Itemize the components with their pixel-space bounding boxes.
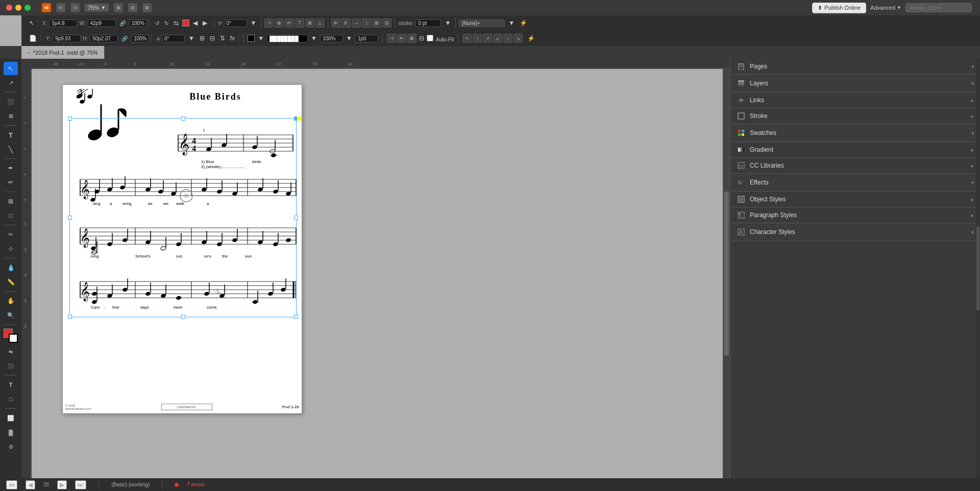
stroke-swatch[interactable] [9,334,18,343]
shear-dropdown[interactable]: ▼ [187,34,196,42]
dist-extra2[interactable]: ⊟ [382,18,391,28]
line-tool[interactable]: ╲ [4,143,18,156]
unthread-btn[interactable]: ⊢ [397,34,406,43]
anchor-br2[interactable]: ↓ [503,34,512,43]
right-panel-scrollbar[interactable] [976,59,980,478]
content-type-btn[interactable]: 📄 [28,34,38,42]
stroke-color-box[interactable] [182,19,189,27]
link-icon[interactable]: 🔗 [120,35,129,42]
anchor-tc[interactable]: ↑ [473,34,482,43]
swatches-header[interactable]: Swatches ▾ [730,124,980,142]
pencil-tool[interactable]: ✏ [4,176,18,189]
align-left-btn[interactable]: ⊣ [264,18,274,28]
anchor-tr[interactable]: ↗ [483,34,492,43]
dist-extra1[interactable]: ⊞ [372,18,381,28]
format-container[interactable]: □ [4,392,18,406]
thread-btn[interactable]: ⊣ [387,34,396,43]
active-tab[interactable]: ● *2018 Pod-1 .indd @ 75% [21,46,105,59]
style-arrow[interactable]: ▼ [507,19,516,27]
scale-h-input[interactable] [131,35,149,42]
minimize-button[interactable] [15,5,21,11]
text-cols-btn[interactable]: ⊟ [418,34,426,42]
layout-icon[interactable]: ⊟ [128,3,137,12]
gap-tool[interactable]: ⊞ [4,109,18,123]
zoom-control[interactable]: 75% ▼ [85,4,109,12]
stroke-size-input[interactable] [355,35,378,42]
shear-input[interactable] [162,35,185,42]
h-input[interactable] [90,35,118,42]
page-tool[interactable]: ⬛ [4,95,18,108]
effects-header[interactable]: fx Effects ▾ [730,174,980,191]
paragraph-styles-header[interactable]: ¶ Paragraph Styles ▸ [730,207,980,223]
stroke-weight-input[interactable] [415,19,441,27]
dist-h-btn[interactable]: ⊫ [331,18,340,28]
canvas-scroll-thumb[interactable] [724,192,729,355]
swap-fill-stroke[interactable]: ⇆ [4,345,18,358]
opacity-dropdown[interactable]: ▼ [345,34,354,42]
flip-v-btn[interactable]: ⇅ [218,34,227,42]
arrange-icon[interactable]: ⊞ [114,3,123,12]
fill-color-box[interactable] [248,35,255,42]
autofit-checkbox[interactable] [427,35,433,41]
canvas-scrollbar-v[interactable] [723,69,730,478]
fill-dropdown[interactable]: ▼ [256,34,265,42]
apply-color[interactable]: ⬜ [4,411,18,425]
flip-h-btn[interactable]: ⇆ [172,19,180,27]
hand-tool[interactable]: ✋ [4,294,18,308]
arrow-right-btn[interactable]: ▶ [201,19,209,27]
stroke-header[interactable]: Stroke ▸ [730,108,980,124]
maximize-button[interactable] [24,5,31,11]
object-styles-header[interactable]: Object Styles ▸ [730,192,980,207]
dist-v-btn[interactable]: ⊪ [341,18,351,28]
publish-online-button[interactable]: ⬆ Publish Online [812,3,866,13]
y-input[interactable] [53,35,81,42]
scale-w-input[interactable] [129,19,147,27]
forward-btn[interactable]: ⊟ [208,34,216,42]
anchor-tl[interactable]: ↖ [462,34,472,43]
search-input[interactable] [905,3,972,12]
align-top-btn[interactable]: ⊤ [295,18,304,28]
rotation-dropdown[interactable]: ▼ [249,19,258,27]
free-transform-tool[interactable]: ⊹ [4,242,18,255]
fx-btn[interactable]: fx [229,34,236,42]
align-bottom-btn[interactable]: ⊥ [315,18,325,28]
style-dropdown[interactable]: [None]+ [459,19,505,27]
first-page-btn[interactable]: ⏮ [6,480,17,489]
prev-page-btn[interactable]: ◀ [26,480,35,489]
rotate-ccw-btn[interactable]: ↺ [154,20,161,27]
stroke-dropdown[interactable]: ▼ [443,19,452,27]
selection-tool[interactable]: ↖ [4,62,18,75]
apply-none[interactable]: ⊘ [4,440,18,453]
cc-libraries-header[interactable]: cc CC Libraries ▸ [730,158,980,173]
close-button[interactable] [6,5,12,11]
color-fill-input[interactable]: ████████ [267,35,308,42]
color-dropdown[interactable]: ▼ [309,34,318,42]
character-styles-header[interactable]: A Character Styles ▾ [730,223,980,241]
type-tool[interactable]: T [4,128,18,142]
advanced-button[interactable]: Advanced ▼ [870,5,901,11]
arrow-left-btn[interactable]: ◀ [191,19,199,27]
col-count-btn[interactable]: ⊞ [407,34,416,43]
zoom-tool[interactable]: 🔍 [4,309,18,322]
links-header[interactable]: Links ▸ [730,92,980,108]
tab-close-icon[interactable]: ● [28,50,30,55]
align-right-btn[interactable]: ⊢ [285,18,294,28]
default-colors[interactable]: ⬛ [4,359,18,372]
align-middle-btn[interactable]: ⊞ [305,18,314,28]
dist-gap-v-btn[interactable]: ↕ [362,18,371,28]
rect-tool[interactable]: □ [4,209,18,222]
x-input[interactable] [49,19,77,27]
rotation-input[interactable] [224,19,247,27]
rect-frame-tool[interactable]: ⊠ [4,195,18,208]
pen-tool[interactable]: ✒ [4,161,18,175]
direct-select-tool[interactable]: ↗ [4,76,18,89]
pages-header[interactable]: Pages ▾ [730,59,980,74]
lightning-icon-2[interactable]: ⚡ [526,34,536,42]
eyedropper-tool[interactable]: 💧 [4,261,18,274]
select-tool-btn[interactable]: ↖ [28,19,36,27]
dist-gap-h-btn[interactable]: ↔ [352,18,361,28]
workspace-icon[interactable]: ⊞ [142,3,152,12]
lightning-icon[interactable]: ⚡ [518,19,529,27]
opacity-input[interactable] [320,35,343,42]
back-btn[interactable]: ⊞ [198,34,206,42]
